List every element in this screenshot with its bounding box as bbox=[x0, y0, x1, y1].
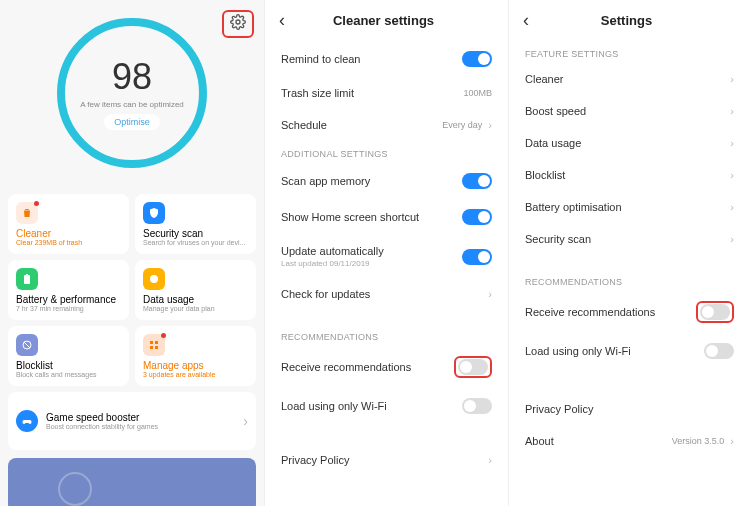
feature-section: FEATURE SETTINGS bbox=[509, 41, 750, 63]
about-label: About bbox=[525, 435, 554, 447]
svg-rect-5 bbox=[150, 341, 153, 344]
cleaner-row[interactable]: Cleaner › bbox=[509, 63, 750, 95]
remind-toggle[interactable] bbox=[462, 51, 492, 67]
gear-icon[interactable] bbox=[230, 14, 246, 30]
game-booster-card[interactable]: Game speed booster Boost connection stab… bbox=[8, 392, 256, 450]
svg-point-2 bbox=[150, 275, 158, 283]
boost-row[interactable]: Boost speed › bbox=[509, 95, 750, 127]
apps-icon bbox=[143, 334, 165, 356]
battery-card[interactable]: Battery & performance 7 hr 37 min remain… bbox=[8, 260, 129, 320]
about-row[interactable]: About Version 3.5.0 › bbox=[509, 425, 750, 457]
trash-value: 100MB bbox=[463, 88, 492, 98]
page-title: Cleaner settings bbox=[285, 13, 482, 28]
data-usage-card[interactable]: Data usage Manage your data plan bbox=[135, 260, 256, 320]
security-sub: Search for viruses on your devi... bbox=[143, 239, 248, 246]
shield-scan-icon bbox=[143, 202, 165, 224]
schedule-label: Schedule bbox=[281, 119, 327, 131]
cleaner-card[interactable]: Cleaner Clear 239MB of trash bbox=[8, 194, 129, 254]
chevron-right-icon: › bbox=[730, 233, 734, 245]
remind-row[interactable]: Remind to clean bbox=[265, 41, 508, 77]
battery-row[interactable]: Battery optimisation › bbox=[509, 191, 750, 223]
shortcut-toggle[interactable] bbox=[462, 209, 492, 225]
scan-toggle[interactable] bbox=[462, 173, 492, 189]
data-sub: Manage your data plan bbox=[143, 305, 248, 312]
booster-title: Game speed booster bbox=[46, 412, 158, 423]
schedule-row[interactable]: Schedule Every day › bbox=[265, 109, 508, 141]
chevron-right-icon: › bbox=[730, 169, 734, 181]
boost-label: Boost speed bbox=[525, 105, 586, 117]
data-icon bbox=[143, 268, 165, 290]
trash-row[interactable]: Trash size limit 100MB bbox=[265, 77, 508, 109]
wifi-row[interactable]: Load using only Wi-Fi bbox=[509, 333, 750, 369]
page-title: Settings bbox=[529, 13, 724, 28]
recv-toggle[interactable] bbox=[458, 359, 488, 375]
chevron-right-icon: › bbox=[730, 201, 734, 213]
cleaner-sub: Clear 239MB of trash bbox=[16, 239, 121, 246]
cleaner-label: Cleaner bbox=[525, 73, 564, 85]
chevron-right-icon: › bbox=[730, 105, 734, 117]
trash-icon bbox=[16, 202, 38, 224]
notification-dot bbox=[161, 333, 166, 338]
wifi-row[interactable]: Load using only Wi-Fi bbox=[265, 388, 508, 424]
remind-label: Remind to clean bbox=[281, 53, 361, 65]
score-ring: 98 A few items can be optimized Optimise bbox=[57, 18, 207, 168]
settings-gear-highlight bbox=[222, 10, 254, 38]
svg-rect-8 bbox=[155, 346, 158, 349]
feature-grid: Cleaner Clear 239MB of trash Security sc… bbox=[0, 186, 264, 458]
recv-label: Receive recommendations bbox=[281, 361, 411, 373]
security-row[interactable]: Security scan › bbox=[509, 223, 750, 255]
block-label: Blocklist bbox=[525, 169, 565, 181]
shortcut-label: Show Home screen shortcut bbox=[281, 211, 419, 223]
check-updates-row[interactable]: Check for updates › bbox=[265, 278, 508, 310]
svg-rect-7 bbox=[150, 346, 153, 349]
security-app-panel: 98 A few items can be optimized Optimise… bbox=[0, 0, 264, 506]
privacy-label: Privacy Policy bbox=[281, 454, 349, 466]
header: ‹ Cleaner settings bbox=[265, 0, 508, 41]
apps-sub: 3 updates are available bbox=[143, 371, 248, 378]
chevron-right-icon: › bbox=[488, 288, 492, 300]
battery-sub: 7 hr 37 min remaining bbox=[16, 305, 121, 312]
wifi-toggle[interactable] bbox=[704, 343, 734, 359]
notification-dot bbox=[34, 201, 39, 206]
svg-rect-1 bbox=[26, 274, 28, 275]
battery-icon bbox=[16, 268, 38, 290]
shortcut-row[interactable]: Show Home screen shortcut bbox=[265, 199, 508, 235]
receive-rec-row[interactable]: Receive recommendations bbox=[509, 291, 750, 333]
chevron-right-icon: › bbox=[488, 119, 492, 131]
block-row[interactable]: Blocklist › bbox=[509, 159, 750, 191]
blocklist-icon bbox=[16, 334, 38, 356]
update-row[interactable]: Update automatically Last updated 09/11/… bbox=[265, 235, 508, 278]
additional-section: ADDITIONAL SETTINGS bbox=[265, 141, 508, 163]
update-label: Update automatically bbox=[281, 245, 384, 257]
receive-rec-row[interactable]: Receive recommendations bbox=[265, 346, 508, 388]
optimise-button[interactable]: Optimise bbox=[104, 114, 160, 130]
recv-toggle[interactable] bbox=[700, 304, 730, 320]
chevron-right-icon: › bbox=[730, 435, 734, 447]
security-scan-card[interactable]: Security scan Search for viruses on your… bbox=[135, 194, 256, 254]
privacy-row[interactable]: Privacy Policy bbox=[509, 393, 750, 425]
blocklist-sub: Block calls and messages bbox=[16, 371, 121, 378]
privacy-row[interactable]: Privacy Policy › bbox=[265, 444, 508, 476]
update-toggle[interactable] bbox=[462, 249, 492, 265]
manage-apps-card[interactable]: Manage apps 3 updates are available bbox=[135, 326, 256, 386]
privacy-label: Privacy Policy bbox=[525, 403, 593, 415]
scan-row[interactable]: Scan app memory bbox=[265, 163, 508, 199]
chevron-right-icon: › bbox=[730, 73, 734, 85]
blocklist-card[interactable]: Blocklist Block calls and messages bbox=[8, 326, 129, 386]
cleaner-settings-panel: ‹ Cleaner settings Remind to clean Trash… bbox=[264, 0, 508, 506]
svg-line-4 bbox=[24, 342, 30, 348]
recv-toggle-highlight bbox=[454, 356, 492, 378]
data-row[interactable]: Data usage › bbox=[509, 127, 750, 159]
scan-label: Scan app memory bbox=[281, 175, 370, 187]
update-sub: Last updated 09/11/2019 bbox=[281, 259, 384, 268]
check-label: Check for updates bbox=[281, 288, 370, 300]
wifi-toggle[interactable] bbox=[462, 398, 492, 414]
header: ‹ Settings bbox=[509, 0, 750, 41]
chevron-right-icon: › bbox=[243, 413, 248, 429]
recommendations-section: RECOMMENDATIONS bbox=[509, 269, 750, 291]
promo-banner[interactable] bbox=[8, 458, 256, 506]
security-label: Security scan bbox=[525, 233, 591, 245]
settings-panel: ‹ Settings FEATURE SETTINGS Cleaner › Bo… bbox=[508, 0, 750, 506]
chevron-right-icon: › bbox=[488, 454, 492, 466]
schedule-value: Every day bbox=[442, 120, 482, 130]
